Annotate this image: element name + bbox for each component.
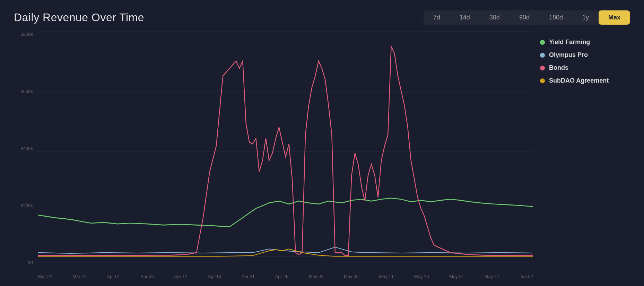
olympus-pro-label: Olympus Pro (549, 51, 588, 59)
bonds-label: Bonds (549, 64, 568, 72)
chart-legend: Yield Farming Olympus Pro Bonds SubDAO A… (540, 32, 630, 279)
x-axis: Mar 22 Mar 27 Apr 01 Apr 06 Apr 11 Apr 1… (38, 274, 533, 279)
bonds-line (38, 46, 533, 255)
x-label-may11: May 11 (379, 274, 394, 279)
legend-olympus-pro: Olympus Pro (540, 51, 630, 59)
x-label-may01: May 01 (309, 274, 324, 279)
x-label-apr16: Apr 16 (208, 274, 221, 279)
legend-bonds: Bonds (540, 64, 630, 72)
x-label-may27: May 27 (485, 274, 499, 279)
y-label-200k: $200k (14, 203, 36, 208)
legend-yield-farming: Yield Farming (540, 39, 630, 46)
x-label-apr06: Apr 06 (140, 274, 154, 279)
yield-farming-line (38, 198, 533, 227)
chart-inner (38, 32, 533, 271)
yield-farming-label: Yield Farming (549, 39, 590, 46)
chart-title: Daily Revenue Over Time (14, 11, 144, 24)
chart-svg (38, 32, 533, 271)
y-axis: $800k $600k $400k $200k $0 (14, 32, 36, 265)
x-label-mar22: Mar 22 (38, 274, 52, 279)
filter-30d[interactable]: 30d (480, 10, 510, 25)
x-label-may16: May 16 (414, 274, 429, 279)
x-label-apr01: Apr 01 (107, 274, 120, 279)
filter-7d[interactable]: 7d (424, 10, 450, 25)
subdao-dot (540, 78, 545, 83)
chart-header: Daily Revenue Over Time 7d 14d 30d 90d 1… (14, 10, 630, 25)
y-label-600k: $600k (14, 89, 36, 94)
x-label-mar27: Mar 27 (72, 274, 86, 279)
y-label-400k: $400k (14, 146, 36, 151)
x-label-may06: May 06 (344, 274, 359, 279)
x-label-may21: May 21 (449, 274, 464, 279)
subdao-label: SubDAO Agreement (549, 77, 609, 84)
x-label-apr21: Apr 21 (242, 274, 255, 279)
yield-farming-dot (540, 40, 545, 45)
filter-180d[interactable]: 180d (539, 10, 573, 25)
chart-wrapper: $800k $600k $400k $200k $0 (14, 32, 533, 279)
y-label-0: $0 (14, 260, 36, 265)
chart-area: $800k $600k $400k $200k $0 (14, 32, 630, 279)
legend-subdao: SubDAO Agreement (540, 77, 630, 84)
x-label-apr26: Apr 26 (275, 274, 288, 279)
filter-max[interactable]: Max (599, 10, 630, 25)
x-label-jun02: Jun 02 (520, 274, 533, 279)
olympus-pro-dot (540, 53, 545, 58)
filter-1y[interactable]: 1y (573, 10, 599, 25)
filter-90d[interactable]: 90d (510, 10, 539, 25)
bonds-dot (540, 66, 545, 70)
x-label-apr11: Apr 11 (174, 274, 188, 279)
filter-14d[interactable]: 14d (450, 10, 480, 25)
y-label-800k: $800k (14, 32, 36, 37)
time-filter-group: 7d 14d 30d 90d 180d 1y Max (424, 10, 630, 25)
